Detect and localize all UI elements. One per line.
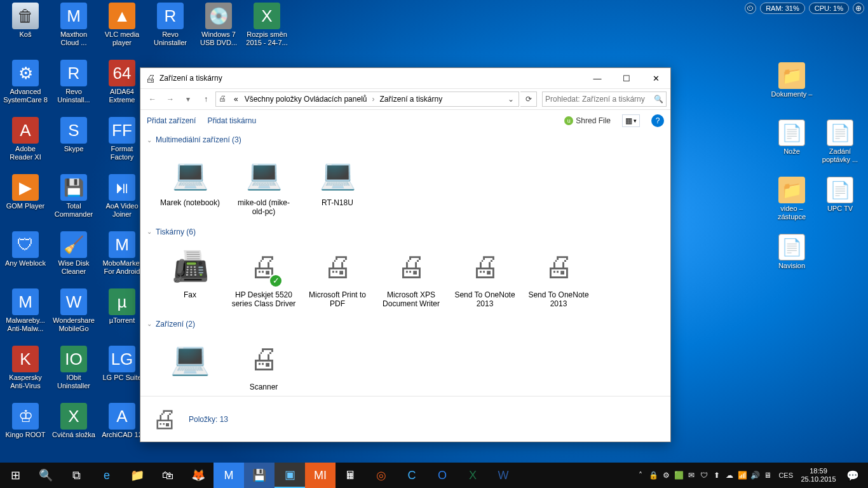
shred-file-button[interactable]: uShred File	[564, 116, 611, 125]
device-item[interactable]: RT-N18U	[302, 148, 373, 220]
printer-item[interactable]: ✓HP Deskjet 5520 series Class Driver	[228, 240, 299, 312]
view-options-button[interactable]: ▦ ▾	[622, 114, 640, 127]
desktop-icon[interactable]: RRevo Uninstaller	[146, 0, 194, 57]
ram-indicator[interactable]: RAM: 31%	[760, 3, 805, 14]
overlay-icon[interactable]: ⏲	[745, 3, 756, 14]
up-button[interactable]: ↑	[198, 91, 214, 107]
taskbar-app[interactable]: ◎	[366, 463, 397, 488]
desktop-icon[interactable]: 🧹Wise Disk Cleaner	[50, 229, 98, 286]
add-printer-button[interactable]: Přidat tiskárnu	[207, 116, 256, 125]
device-item[interactable]: Scanner	[228, 332, 299, 395]
search-box[interactable]: 🔍	[542, 92, 667, 107]
start-button[interactable]: ⊞	[0, 463, 31, 488]
desktop-icon[interactable]: RRevo Uninstall...	[50, 57, 98, 114]
tray-icon[interactable]: 🖥	[762, 463, 773, 488]
desktop-icon[interactable]: ⚙Advanced SystemCare 8	[1, 57, 50, 114]
tray-network-icon[interactable]: 📶	[736, 463, 748, 488]
overlay-add[interactable]: ⊕	[853, 3, 864, 14]
cpu-indicator[interactable]: CPU: 1%	[809, 3, 849, 14]
device-item[interactable]	[154, 332, 226, 395]
desktop-icon[interactable]: MMalwareby... Anti-Malw...	[1, 286, 50, 343]
tray-icon[interactable]: 🔒	[648, 463, 659, 488]
search-icon[interactable]: 🔍	[654, 95, 663, 104]
crumb-prefix[interactable]: «	[231, 93, 241, 105]
printer-item[interactable]: Fax	[154, 240, 226, 312]
desktop-icon[interactable]: 📄Nože	[768, 117, 816, 174]
tray-icon[interactable]: ⬆	[711, 463, 722, 488]
desktop-icon[interactable]: 📁Dokumenty –	[768, 60, 816, 117]
group-header-printers[interactable]: ⌄Tiskárny (6)	[140, 224, 670, 240]
action-center-button[interactable]: 💬	[840, 470, 865, 482]
desktop-icon[interactable]: 📄UPC TV	[816, 174, 864, 231]
search-button[interactable]: 🔍	[31, 463, 61, 488]
add-device-button[interactable]: Přidat zařízení	[147, 116, 196, 125]
crumb-devices-printers[interactable]: Zařízení a tiskárny	[377, 93, 445, 105]
forward-button[interactable]: →	[162, 91, 179, 107]
desktop-icon[interactable]: 🛡Any Weblock	[1, 229, 50, 286]
crumb-control-panel[interactable]: Všechny položky Ovládacích panelů	[242, 93, 370, 105]
tray-icon[interactable]: ✉	[686, 463, 697, 488]
taskbar-app[interactable]: 🦊	[183, 463, 214, 488]
breadcrumb[interactable]: 🖨 « Všechny položky Ovládacích panelů › …	[215, 92, 519, 107]
taskbar-app[interactable]: M	[214, 463, 244, 488]
device-item[interactable]: mike-old (mike-old-pc)	[228, 148, 299, 220]
tray-volume-icon[interactable]: 🔊	[749, 463, 761, 488]
desktop-icon[interactable]: ♔Kingo ROOT	[1, 400, 50, 458]
desktop-icon[interactable]: 64AIDA64 Extreme	[98, 57, 146, 114]
tray-icon[interactable]: ⚙	[660, 463, 672, 488]
taskbar-app-excel[interactable]: X	[458, 463, 488, 488]
help-button[interactable]: ?	[651, 114, 664, 127]
desktop-icon[interactable]: SSkype	[50, 114, 98, 172]
desktop-icon[interactable]: AAdobe Reader XI	[1, 114, 50, 172]
taskbar-app-outlook[interactable]: O	[427, 463, 458, 488]
close-button[interactable]: ✕	[641, 68, 670, 88]
search-input[interactable]	[545, 95, 654, 104]
minimize-button[interactable]: —	[583, 68, 612, 88]
desktop-icon[interactable]: WWondershare MobileGo	[50, 286, 98, 343]
desktop-icon[interactable]: XCvičná složka	[50, 400, 98, 458]
desktop-icon[interactable]: 💿Windows 7 USB DVD...	[194, 0, 243, 57]
desktop-icon[interactable]: ⏯AoA Video Joiner	[98, 172, 146, 229]
printer-item[interactable]: Send To OneNote 2013	[523, 240, 594, 312]
taskbar-app-explorer[interactable]: 📁	[122, 463, 153, 488]
maximize-button[interactable]: ☐	[612, 68, 641, 88]
titlebar[interactable]: 🖨 Zařízení a tiskárny — ☐ ✕	[140, 68, 670, 88]
group-header-devices[interactable]: ⌄Zařízení (2)	[140, 316, 670, 332]
taskbar-app-active[interactable]: ▣	[275, 463, 305, 488]
address-dropdown[interactable]: ⌄	[506, 95, 516, 104]
desktop-icon[interactable]: 📄Navision	[768, 231, 816, 288]
desktop-icon[interactable]: MMaxthon Cloud ...	[50, 0, 98, 57]
taskbar-app[interactable]: 💾	[244, 463, 275, 488]
desktop-icon[interactable]: µµTorrent	[98, 286, 146, 343]
back-button[interactable]: ←	[144, 91, 161, 107]
taskbar-app[interactable]: MI	[305, 463, 336, 488]
desktop-icon[interactable]: XRozpis směn 2015 - 24-7...	[243, 0, 291, 57]
taskbar-app-edge[interactable]: e	[92, 463, 122, 488]
taskbar-app-calc[interactable]: 🖩	[336, 463, 366, 488]
desktop-icon[interactable]: 📁video – zástupce	[768, 174, 816, 231]
desktop-icon[interactable]: IOIObit Uninstaller	[50, 343, 98, 400]
refresh-button[interactable]: ⟳	[520, 92, 537, 107]
desktop-icon[interactable]: ▲VLC media player	[98, 0, 146, 57]
tray-language[interactable]: CES	[775, 463, 797, 488]
desktop-icon[interactable]: AArchiCAD 12	[98, 400, 146, 458]
desktop-icon[interactable]: FFFormat Factory	[98, 114, 146, 172]
taskbar-clock[interactable]: 18:5925.10.2015	[798, 467, 839, 484]
printer-item[interactable]: Send To OneNote 2013	[449, 240, 520, 312]
desktop-icon[interactable]: 💾Total Commander	[50, 172, 98, 229]
printer-item[interactable]: Microsoft Print to PDF	[302, 240, 373, 312]
task-view-button[interactable]: ⧉	[61, 463, 92, 488]
tray-chevron-up-icon[interactable]: ˄	[635, 463, 646, 488]
content-area[interactable]: ⌄Multimediální zařízení (3) Marek (noteb…	[140, 132, 670, 396]
device-item[interactable]: Marek (notebook)	[154, 148, 226, 220]
group-header-multimedia[interactable]: ⌄Multimediální zařízení (3)	[140, 132, 670, 148]
taskbar-app[interactable]: C	[397, 463, 427, 488]
recent-dropdown[interactable]: ▾	[180, 91, 196, 107]
taskbar-app-word[interactable]: W	[488, 463, 519, 488]
desktop-icon[interactable]: 📄Zadání poptávky ...	[816, 117, 864, 174]
tray-icon[interactable]: ☁	[724, 463, 735, 488]
tray-icon[interactable]: 🛡	[698, 463, 710, 488]
taskbar-app-store[interactable]: 🛍	[153, 463, 183, 488]
desktop-icon[interactable]: MMoboMarket For Android	[98, 229, 146, 286]
chevron-right-icon[interactable]: ›	[370, 95, 376, 104]
